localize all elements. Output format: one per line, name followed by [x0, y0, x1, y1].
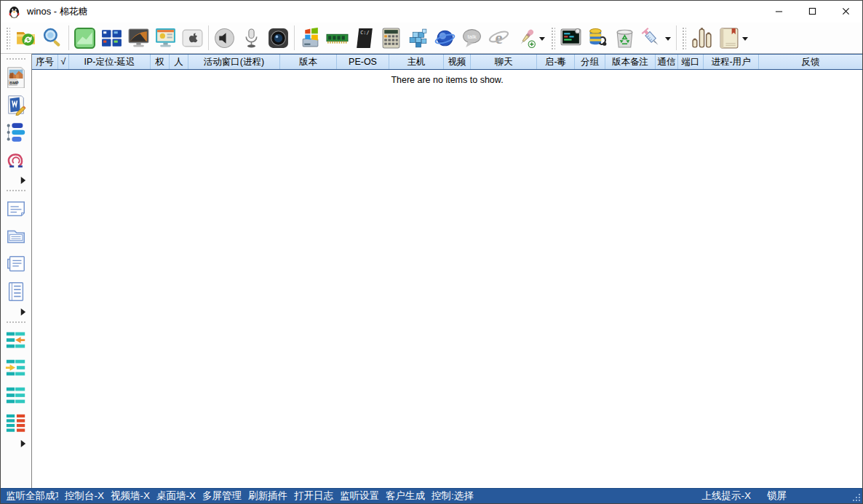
column-header-14[interactable]: 版本备注 [605, 55, 656, 69]
toolbar-button-talk-bubble[interactable]: talk [458, 24, 485, 52]
column-header-2[interactable]: √ [58, 55, 69, 69]
empty-list-area[interactable]: There are no items to show. [32, 70, 862, 488]
note-card-icon [5, 198, 27, 220]
sidebar-button-clipboard-note[interactable] [4, 252, 28, 276]
close-icon [842, 5, 850, 18]
status-command[interactable]: 桌面墙-X [156, 489, 196, 503]
column-header-4[interactable]: 权 [151, 55, 170, 69]
column-header-9[interactable]: 主机 [389, 55, 444, 69]
resize-grip-icon[interactable] [851, 493, 861, 503]
camera-lens-icon [267, 27, 290, 49]
status-command[interactable]: 客户生成 [386, 489, 425, 503]
syringe-icon [640, 27, 663, 49]
toolbar-button-trash-recycle[interactable] [611, 24, 638, 52]
toolbar-button-camera-lens[interactable] [265, 24, 292, 52]
bottles-stats-icon [691, 27, 713, 49]
toolbar-button-ie-browser[interactable]: e [485, 24, 512, 52]
maximize-button[interactable] [795, 1, 829, 23]
sidebar-button-list-page[interactable] [4, 279, 28, 304]
column-header-11[interactable]: 聊天 [471, 55, 537, 69]
syringe-dropdown-caret[interactable] [665, 37, 671, 41]
status-command[interactable]: 刷新插件 [248, 489, 287, 503]
sidebar-button-note-card[interactable] [4, 196, 28, 221]
sidebar-button-bars-arrow-left[interactable] [4, 328, 28, 353]
status-command[interactable]: 打开日志 [294, 489, 333, 503]
toolbar-button-calculator[interactable] [378, 24, 405, 52]
toolbar-button-memory-ram[interactable] [324, 24, 351, 52]
toolbar-button-microphone[interactable] [238, 24, 265, 52]
sidebar-button-word-doc[interactable] [4, 92, 28, 117]
toolbar-button-desktop-wall[interactable] [98, 24, 125, 52]
toolbar-button-monitor-dark[interactable] [557, 24, 584, 52]
binder-clip-icon [5, 149, 27, 171]
empty-message: There are no items to show. [391, 75, 503, 85]
toolbar-button-chart-screen[interactable] [71, 24, 98, 52]
toolbar-button-notebook[interactable] [715, 24, 751, 52]
toolbar-button-folder-sync[interactable] [12, 24, 39, 52]
talk-bubble-icon: talk [461, 27, 483, 49]
status-command[interactable]: 控制台-X [65, 489, 104, 503]
sidebar-button-bars-red[interactable] [4, 411, 28, 436]
notebook-dropdown-caret[interactable] [742, 37, 748, 41]
sidebar-button-bars-plain[interactable] [4, 383, 28, 408]
column-header-10[interactable]: 视频 [444, 55, 471, 69]
column-header-8[interactable]: PE-OS [337, 55, 389, 69]
apple-icon [181, 27, 204, 49]
status-command[interactable]: 上线提示-X [702, 489, 752, 503]
toolbar-button-terminal[interactable]: C:/ [351, 24, 378, 52]
column-header-3[interactable]: IP-定位-延迟 [69, 55, 151, 69]
search-icon [41, 27, 64, 49]
toolbar-button-monitor-picture[interactable] [125, 24, 152, 52]
column-header-15[interactable]: 通信 [656, 55, 678, 69]
monitor-window-icon [154, 27, 177, 49]
close-button[interactable] [829, 1, 862, 23]
column-header-1[interactable]: 序号 [32, 55, 58, 69]
sidebar-button-bars-arrow-right[interactable] [4, 356, 28, 380]
toolbar-button-monitor-window[interactable] [152, 24, 179, 52]
toolbar-button-windows-system[interactable] [297, 24, 324, 52]
sidebar-expand-arrow-group-3[interactable] [19, 438, 28, 447]
toolbar-gripper [550, 26, 555, 49]
toolbar-button-search[interactable] [39, 24, 66, 52]
status-command[interactable]: 监听设置 [340, 489, 379, 503]
notebook-icon [717, 27, 740, 49]
toolbar-button-color-dropper[interactable] [512, 24, 548, 52]
windows-system-icon [299, 27, 322, 49]
sidebar-button-binder-clip[interactable] [4, 148, 28, 172]
minimize-button[interactable] [762, 1, 795, 23]
toolbar-button-registry-cubes[interactable] [405, 24, 432, 52]
status-command[interactable]: 多屏管理 [202, 489, 242, 503]
chart-screen-icon [73, 27, 96, 49]
sidebar-button-folder-lines[interactable] [4, 224, 28, 249]
window-controls [762, 1, 862, 23]
trash-recycle-icon [613, 27, 636, 49]
content-area: 序号√IP-定位-延迟权人活动窗口(进程)版本PE-OS主机视频聊天启-毒分组版… [32, 54, 862, 488]
toolbar-button-globe-network[interactable] [432, 24, 458, 52]
sidebar-expand-arrow-group-2[interactable] [19, 306, 28, 316]
column-header-17[interactable]: 进程-用户 [704, 55, 759, 69]
column-header-18[interactable]: 反馈 [759, 55, 862, 69]
column-header-7[interactable]: 版本 [280, 55, 337, 69]
column-header-16[interactable]: 端口 [678, 55, 704, 69]
sidebar-button-org-list[interactable] [4, 120, 28, 145]
minimize-icon [775, 5, 783, 18]
status-command[interactable]: 视频墙-X [111, 489, 150, 503]
toolbar-separator [68, 25, 69, 50]
column-header-5[interactable]: 人 [170, 55, 188, 69]
column-header-6[interactable]: 活动窗口(进程) [188, 55, 280, 69]
expand-arrow-icon [19, 175, 27, 184]
toolbar-button-bottles-stats[interactable] [688, 24, 715, 52]
sidebar-expand-arrow-group-1[interactable] [19, 175, 28, 184]
toolbar-button-battery-barrel[interactable] [584, 24, 611, 52]
column-header-13[interactable]: 分组 [575, 55, 605, 69]
toolbar: C:/talke [1, 23, 862, 54]
sidebar-button-bmp-image[interactable]: BMP [4, 65, 28, 89]
toolbar-button-apple[interactable] [179, 24, 206, 52]
toolbar-button-syringe[interactable] [638, 24, 674, 52]
color-dropper-dropdown-caret[interactable] [539, 37, 545, 41]
toolbar-separator [294, 25, 295, 50]
status-command[interactable]: 锁屏 [767, 489, 787, 503]
toolbar-button-speaker[interactable] [211, 24, 238, 52]
column-header-12[interactable]: 启-毒 [537, 55, 575, 69]
org-list-icon [5, 121, 27, 143]
